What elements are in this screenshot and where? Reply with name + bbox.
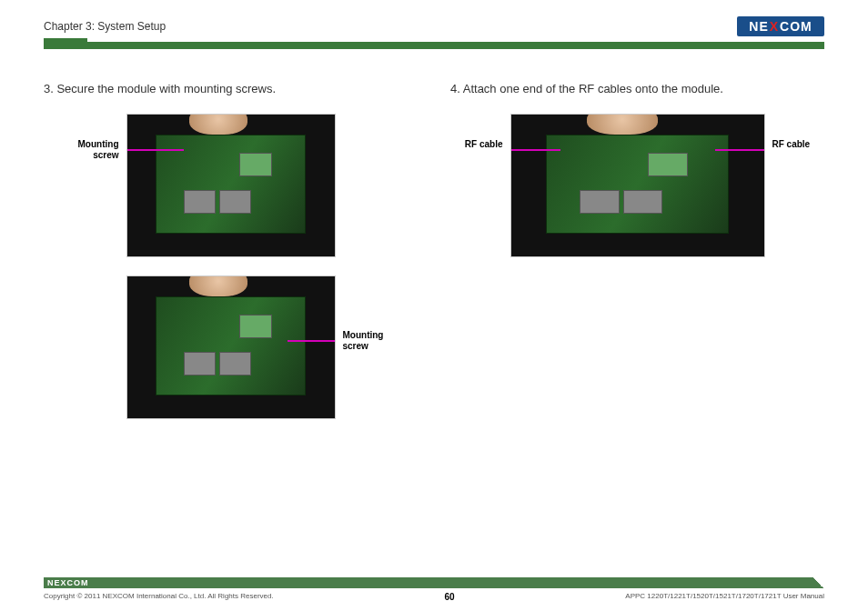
motherboard-graphic	[546, 135, 728, 234]
step-4-text: 4. Attach one end of the RF cables onto …	[450, 82, 824, 95]
copyright-text: Copyright © 2011 NEXCOM International Co…	[44, 592, 274, 602]
brand-logo: NEXCOM	[737, 16, 824, 36]
mounting-screw-label-right: Mounting screw	[343, 275, 394, 352]
step-3-text: 3. Secure the module with mounting screw…	[44, 82, 418, 95]
manual-model-text: APPC 1220T/1221T/1520T/1521T/1720T/1721T…	[625, 592, 824, 602]
logo-text-post: COM	[780, 19, 812, 34]
logo-text-x: X	[769, 19, 780, 34]
divider-accent	[44, 38, 87, 45]
logo-text-pre: NE	[749, 19, 768, 34]
footer-bar: NEXCOM	[44, 577, 824, 588]
callout-line	[715, 149, 765, 151]
motherboard-graphic	[156, 296, 305, 396]
chapter-title: Chapter 3: System Setup	[44, 20, 166, 33]
figure-mounting-bottom	[126, 275, 336, 419]
footer-decoration	[812, 577, 824, 588]
callout-line	[510, 149, 560, 151]
figure-mounting-top	[126, 114, 336, 257]
footer-logo: NEXCOM	[47, 578, 89, 587]
header-divider	[44, 42, 824, 49]
mounting-screw-label-left: Mounting screw	[68, 114, 119, 161]
rf-cable-label-left: RF cable	[452, 114, 503, 150]
callout-line	[126, 149, 184, 151]
callout-line	[288, 340, 336, 342]
rf-cable-label-right: RF cable	[772, 114, 823, 150]
figure-rf-cable	[510, 114, 765, 257]
page-number: 60	[444, 592, 454, 602]
